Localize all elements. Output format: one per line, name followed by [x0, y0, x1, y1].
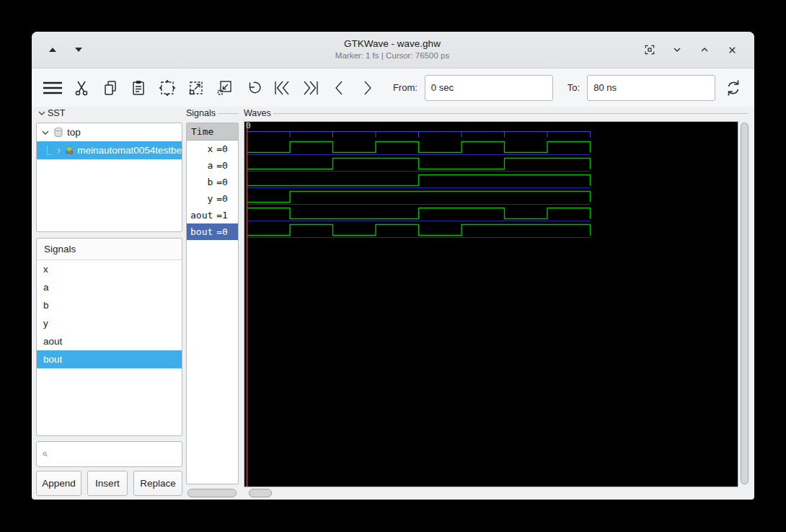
waves-vscrollbar-thumb[interactable] [741, 123, 749, 484]
list-item-x[interactable]: x [37, 260, 182, 278]
list-item-b[interactable]: b [37, 296, 182, 314]
waves-pane-label: Waves [244, 108, 271, 118]
insert-button[interactable]: Insert [87, 471, 128, 496]
from-input[interactable] [425, 75, 553, 101]
zoom-out-button[interactable] [214, 74, 236, 102]
value-row-x[interactable]: x=0 [187, 141, 238, 157]
zoom-in-icon [187, 79, 206, 97]
window-title: GTKWave - wave.ghw [175, 38, 610, 50]
signals-pane-label: Signals [186, 108, 216, 118]
list-item-y[interactable]: y [37, 314, 182, 332]
paste-button[interactable] [128, 74, 149, 102]
replace-button-label: Replace [140, 478, 176, 489]
copy-icon [101, 79, 120, 97]
paste-clipboard-icon [129, 79, 148, 97]
copy-button[interactable] [100, 74, 121, 102]
append-button-label: Append [42, 478, 76, 489]
database-cylinder-icon [53, 127, 63, 138]
undo-button[interactable] [242, 74, 264, 102]
signal-list-items: xabyaoutbout [37, 260, 182, 368]
waves-vscrollbar[interactable] [740, 121, 749, 487]
signal-name: bout [190, 226, 213, 237]
shade-down-button[interactable] [71, 42, 87, 58]
maximize-button[interactable] [697, 42, 712, 58]
replace-button[interactable]: Replace [133, 471, 182, 496]
wave-trace-y [247, 192, 591, 203]
wave-display[interactable]: 0 [244, 121, 738, 487]
list-item-a[interactable]: a [37, 278, 182, 296]
close-button[interactable] [724, 42, 740, 58]
wave-trace-bout [247, 225, 591, 236]
undo-icon [244, 79, 262, 97]
tree-item-label: meinautomat0054testbe [77, 145, 182, 156]
triangle-down-icon [74, 47, 83, 53]
next-edge-button[interactable] [357, 74, 379, 102]
tree-connector [47, 146, 52, 155]
search-input[interactable] [52, 448, 182, 461]
previous-edge-button[interactable] [328, 74, 350, 102]
chevron-up-icon [699, 44, 710, 56]
marker-cursor-status: Marker: 1 fs | Cursor: 76500 ps [175, 50, 610, 61]
skip-to-start-icon [272, 79, 292, 97]
zoom-fit-button[interactable] [156, 74, 178, 102]
close-icon [727, 45, 738, 56]
reload-button[interactable] [723, 74, 744, 102]
expander-down-icon [37, 109, 46, 118]
go-to-end-button[interactable] [300, 74, 322, 102]
waves-pane-label-row: Waves [244, 108, 749, 118]
time-header-label: Time [191, 126, 213, 137]
tree-item-testbench[interactable]: meinautomat0054testbe [37, 141, 182, 159]
signal-search[interactable] [36, 441, 182, 467]
value-row-bout[interactable]: bout=0 [187, 223, 238, 240]
expander-down-icon [41, 128, 50, 137]
search-icon [43, 449, 48, 459]
value-row-y[interactable]: y=0 [187, 190, 238, 207]
list-item-aout[interactable]: aout [37, 332, 182, 350]
zoom-in-button[interactable] [185, 74, 207, 102]
to-input[interactable] [587, 75, 715, 101]
sst-label: SST [48, 108, 65, 118]
hamburger-menu-icon [42, 79, 63, 97]
go-to-start-button[interactable] [271, 74, 293, 102]
signal-value: =0 [216, 143, 228, 154]
wave-trace-b [247, 175, 591, 186]
list-item-bout[interactable]: bout [37, 350, 182, 368]
signal-name: aout [190, 210, 213, 221]
wave-trace-a [247, 159, 591, 169]
skip-to-end-icon [301, 79, 321, 97]
signals-hscrollbar-thumb[interactable] [187, 489, 237, 497]
menu-button[interactable] [42, 74, 63, 102]
insert-button-label: Insert [95, 478, 120, 489]
signal-value: =0 [216, 177, 228, 187]
frame-hairline [273, 113, 749, 114]
chevron-left-icon [330, 79, 348, 97]
signals-pane-label-row: Signals [186, 108, 239, 118]
titlebar: GTKWave - wave.ghw Marker: 1 fs | Cursor… [32, 32, 754, 68]
signal-value: =0 [216, 226, 228, 237]
tree-item-top[interactable]: top [37, 123, 182, 141]
signal-value: =1 [216, 210, 228, 221]
cut-button[interactable] [71, 74, 92, 102]
chevron-down-icon [671, 44, 683, 56]
from-label: From: [393, 82, 418, 93]
minimize-button[interactable] [669, 42, 685, 58]
wave-trace-aout [247, 208, 591, 219]
cut-scissors-icon [72, 79, 91, 97]
value-row-aout[interactable]: aout=1 [187, 207, 238, 223]
value-row-b[interactable]: b=0 [187, 174, 238, 190]
fullscreen-button[interactable] [642, 42, 658, 58]
waves-hscrollbar-thumb[interactable] [249, 489, 272, 497]
expander-right-icon [56, 146, 61, 155]
wave-canvas[interactable] [244, 122, 738, 487]
frame-hairline [218, 113, 239, 114]
sst-expander[interactable]: SST [37, 108, 182, 118]
zoom-out-icon [215, 79, 234, 97]
toolbar: From: To: [32, 68, 754, 107]
shade-up-button[interactable] [45, 42, 61, 58]
append-button[interactable]: Append [36, 471, 81, 496]
signal-values-panel: Time x=0a=0b=0y=0aout=1bout=0 [186, 123, 239, 484]
gtkwave-window: GTKWave - wave.ghw Marker: 1 fs | Cursor… [32, 32, 754, 500]
values-rows: x=0a=0b=0y=0aout=1bout=0 [187, 141, 238, 240]
signal-value: =0 [216, 193, 228, 204]
value-row-a[interactable]: a=0 [187, 157, 238, 174]
